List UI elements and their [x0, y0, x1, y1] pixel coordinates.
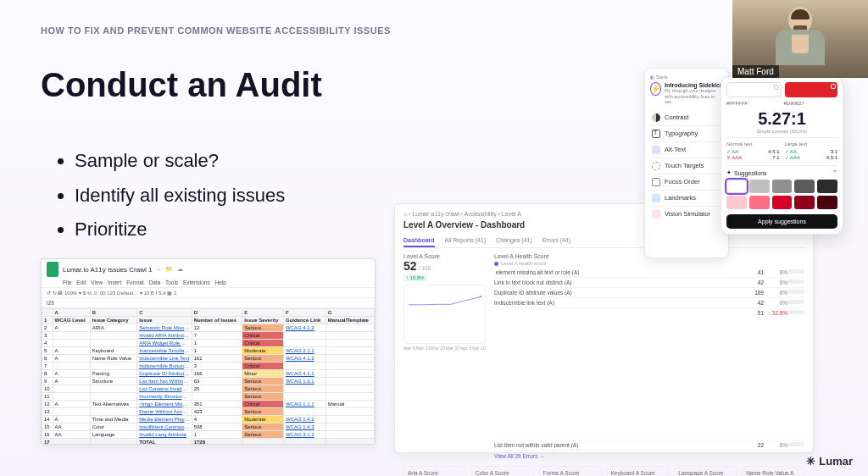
alt-text-icon [652, 146, 660, 154]
analytics-dashboard: ⌂ › Lumar a11y crawl › Accessibility › L… [394, 203, 814, 453]
stark-menu-item[interactable]: Contrast [650, 110, 723, 125]
color-suggestion[interactable] [817, 196, 837, 209]
issue-row[interactable]: element missing captions (A)51↑ 32.8% [494, 308, 804, 440]
tab-errors[interactable]: Errors (44) [542, 235, 570, 247]
bullet-item: Identify all existing issues [75, 179, 285, 213]
brand-footer: ✳ Lumar [806, 455, 853, 468]
hex-1: #FFFFFF [726, 101, 781, 106]
aaa-large: ✓ AAA [785, 154, 800, 160]
stark-menu-item[interactable]: Touch Targets [650, 158, 723, 174]
score-card[interactable]: Name Role Value A Score91 / 100↑ 16.5% [742, 466, 804, 476]
touch-targets-icon [652, 162, 660, 170]
aa-normal-req: 4.5:1 [768, 149, 779, 154]
slide-title: Conduct an Audit [41, 66, 322, 104]
color-suggestion[interactable] [817, 180, 837, 193]
x-tick: Mar 6 [403, 346, 415, 351]
menu-bar[interactable]: File Edit View Insert Format Data Tools … [42, 280, 375, 287]
chevron-up-icon[interactable]: ⌃ [832, 169, 837, 176]
score-card[interactable]: Keyboard A Score100 / 100↑ 3.8% [607, 466, 670, 476]
slide-header: HOW TO FIX AND PREVENT COMMON WEBSITE AC… [41, 25, 391, 36]
color-suggestion[interactable] [749, 196, 770, 209]
foreground-swatch[interactable] [726, 82, 782, 97]
tab-dashboard[interactable]: Dashboard [403, 235, 435, 247]
bullet-list: Sample or scale? Identify all existing i… [59, 144, 285, 247]
stark-panel: ◐ Stark ⚡ Introducing Sidekick Fly throu… [644, 68, 729, 258]
suggestions-header: Suggestions [734, 170, 767, 176]
page-title: Level A Overview - Dashboard [403, 220, 525, 230]
issue-row[interactable]: Indiscernible link text (A)428% [494, 298, 804, 308]
view-all-link[interactable]: View All 29 Errors → [494, 453, 804, 459]
x-tick: Mar 20 [431, 346, 445, 351]
cell-reference[interactable]: I26 [42, 298, 375, 308]
presenter-name: Matt Ford [732, 65, 779, 78]
issue-row[interactable]: List item not within valid parent (A)228… [494, 440, 804, 451]
issue-row[interactable]: Duplicate ID attribute values (A)1698% [494, 288, 804, 298]
x-tick: Apr 3 [460, 346, 471, 351]
focus-order-icon [652, 178, 660, 186]
brand-icon: ✳ [806, 455, 815, 468]
bullet-item: Sample or scale? [75, 144, 285, 179]
score-value: 52 [403, 259, 417, 273]
x-tick: Mar 13 [416, 346, 431, 351]
sparkle-icon: ✦ [726, 169, 732, 176]
col-large-text: Large text [785, 141, 838, 147]
issue-row[interactable]: Link in text block not distinct (A)428% [494, 278, 804, 288]
apply-suggestions-button[interactable]: Apply suggestions [726, 214, 837, 229]
contrast-icon [652, 113, 660, 122]
cloud-icon[interactable]: ☁ [177, 266, 183, 273]
background-swatch[interactable] [785, 82, 838, 97]
tab-reports[interactable]: All Reports (41) [445, 235, 487, 247]
color-suggestion[interactable] [794, 180, 815, 193]
aaa-normal: ✕ AAA [726, 154, 742, 160]
score-max: / 100 [419, 265, 431, 271]
col-normal-text: Normal text [726, 141, 780, 147]
svg-point-0 [480, 296, 481, 297]
toolbar[interactable]: ↺ ↻ 🖶 100% ▾ $ % .0 .00 123 Default… ▾ 1… [42, 287, 375, 298]
spreadsheet-table[interactable]: ABCDEFG1WCAG LevelIssue CategoryIssueNum… [42, 308, 375, 445]
score-card[interactable]: Forms A Score100 / 100→ 0% [539, 466, 602, 476]
vision-simulator-icon [652, 210, 660, 219]
stark-menu-item[interactable]: Focus Order [650, 174, 723, 190]
stark-menu-item[interactable]: Landmarks [650, 190, 723, 206]
stark-menu-item[interactable]: Typography [650, 125, 723, 141]
bolt-icon: ⚡ [650, 82, 661, 96]
doc-title: Lumar.io A11y Issues Crawl 1 [63, 266, 152, 274]
line-chart [403, 285, 486, 344]
contrast-ratio: 5.27:1 [726, 109, 837, 129]
score-delta-badge: ↑ 15.8% [403, 274, 427, 281]
x-tick: Apr 10 [472, 346, 486, 351]
sheets-icon [47, 262, 58, 277]
aa-normal: ✓ AA [726, 148, 738, 154]
tab-bar[interactable]: Dashboard All Reports (41) Changes (41) … [403, 235, 804, 248]
x-tick: Mar 27 [446, 346, 460, 351]
bullet-item: Prioritize [75, 213, 285, 247]
typography-icon [652, 130, 660, 138]
sidekick-title: Introducing Sidekick [665, 82, 723, 88]
legend-label: Level A health score [501, 261, 547, 266]
aaa-normal-req: 7:1 [772, 155, 779, 160]
color-suggestion[interactable] [749, 180, 770, 193]
folder-icon[interactable]: 📁 [165, 266, 173, 273]
stark-menu-item[interactable]: Vision Simulator [650, 206, 723, 222]
presenter-webcam: Matt Ford [732, 0, 868, 78]
aa-large: ✓ AA [785, 148, 797, 154]
star-icon[interactable]: ☆ [156, 266, 161, 273]
contrast-ratio-sub: Simple contrast (WCAG) [726, 129, 837, 134]
stark-brand: Stark [656, 75, 668, 80]
issue-row[interactable]: element missing alt text or role (A)418% [494, 268, 804, 278]
stark-menu-item[interactable]: Alt-Text [650, 141, 723, 158]
landmarks-icon [652, 194, 660, 202]
chart-title: Level A Score [403, 253, 486, 259]
score-card[interactable]: Language A Score100 / 100→ 0% [674, 466, 737, 476]
score-card[interactable]: Color A Score22 / 100↑ 21.5% [471, 466, 534, 476]
contrast-checker: #FFFFFF #D90027 5.27:1 Simple contrast (… [721, 76, 843, 235]
color-suggestion[interactable] [772, 180, 793, 193]
brand-label: Lumar [819, 455, 853, 468]
color-suggestion[interactable] [794, 196, 815, 209]
color-suggestion[interactable] [726, 196, 747, 209]
tab-changes[interactable]: Changes (41) [496, 235, 531, 247]
color-suggestion[interactable] [772, 196, 793, 209]
spreadsheet-window: Lumar.io A11y Issues Crawl 1 ☆ 📁 ☁ File … [41, 258, 376, 445]
color-suggestion[interactable] [726, 180, 747, 193]
score-card[interactable]: Aria A Score22 / 100↑ 2.0% [403, 466, 466, 476]
